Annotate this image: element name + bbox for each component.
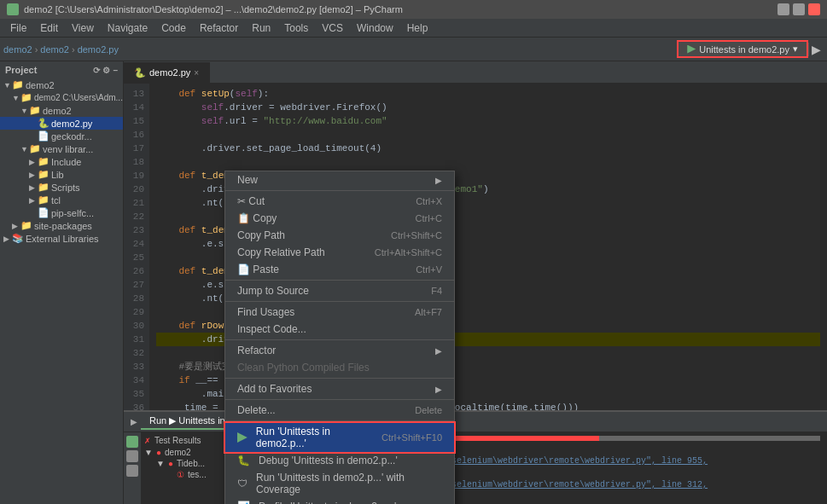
maximize-button[interactable] (793, 3, 805, 15)
cm-copy-path-label: Copy Path (237, 229, 285, 241)
editor-tab-demo2py[interactable]: 🐍 demo2.py × (124, 62, 210, 83)
tree-label-external: External Libraries (26, 234, 99, 244)
menu-window[interactable]: Window (350, 20, 400, 36)
cm-copy-path[interactable]: Copy Path Ctrl+Shift+C (225, 227, 454, 244)
menu-vcs[interactable]: VCS (315, 20, 350, 36)
run-config-more[interactable]: ▶ (808, 43, 824, 56)
cm-refactor[interactable]: Refactor ▶ (225, 342, 454, 359)
folder-icon-external: 📚 (12, 233, 24, 244)
editor-area: 🐍 demo2.py × 131415161718192021222324252… (124, 61, 827, 504)
test-results-label: Test Results (154, 436, 201, 445)
test-label-tideb: Tideb... (177, 459, 205, 468)
tree-node-external[interactable]: ▶ 📚 External Libraries (0, 232, 123, 245)
cm-cut-shortcut: Ctrl+X (416, 196, 442, 206)
test-fail-dot: ● (156, 448, 161, 457)
cm-run-container: Run 'Unittests in demo2.p...' Ctrl+Shift… (225, 423, 454, 452)
run-config-button[interactable]: Unittests in demo2.py ▾ (677, 40, 808, 58)
app-icon (7, 3, 19, 15)
code-line-14: self.driver = webdriver.Firefox() (156, 101, 820, 114)
cm-debug[interactable]: 🐛 Debug 'Unittests in demo2.p...' (225, 452, 454, 469)
cm-profile-label: 📊 Profile 'Unittests in demo2.p...' (237, 501, 396, 504)
menu-navigate[interactable]: Navigate (101, 20, 154, 36)
cm-paste[interactable]: 📄 Paste Ctrl+V (225, 261, 454, 278)
breadcrumb-demo2py[interactable]: demo2.py (78, 44, 119, 55)
pause-icon[interactable] (126, 465, 138, 477)
cm-clean-label: Clean Python Compiled Files (237, 362, 370, 374)
tree-node-scripts[interactable]: ▶ 📁 Scripts (0, 181, 123, 194)
cm-jump-source[interactable]: Jump to Source F4 (225, 282, 454, 299)
cm-new[interactable]: New ▶ (225, 171, 454, 188)
cm-run[interactable]: Run 'Unittests in demo2.p...' Ctrl+Shift… (225, 423, 454, 452)
menu-help[interactable]: Help (400, 20, 435, 36)
cm-profile[interactable]: 📊 Profile 'Unittests in demo2.p...' (225, 498, 454, 504)
cm-sep-6 (225, 399, 454, 400)
cm-clean: Clean Python Compiled Files (225, 359, 454, 376)
test-fail-icon: ✗ (144, 437, 151, 445)
cm-inspect[interactable]: Inspect Code... (225, 321, 454, 338)
cm-sep-3 (225, 301, 454, 302)
tree-node-lib[interactable]: ▶ 📁 Lib (0, 168, 123, 181)
code-line-13: def setUp(self): (156, 87, 820, 101)
minimize-button[interactable] (777, 3, 789, 15)
tree-label-scripts: Scripts (51, 182, 80, 193)
tree-label-demo2-inner: demo2 (43, 106, 72, 116)
folder-icon-venv: 📁 (29, 143, 41, 154)
file-icon-gecko: 📄 (38, 130, 50, 142)
cm-refactor-label: Refactor (237, 345, 276, 356)
project-sidebar: Project ⟳ ⚙ – ▼ 📁 demo2 ▼ 📁 demo2 C:\Use… (0, 61, 124, 504)
cm-copy[interactable]: 📋 Copy Ctrl+C (225, 210, 454, 227)
tree-label-site-packages: site-packages (34, 221, 92, 231)
tab-close-icon[interactable]: × (194, 68, 199, 78)
settings-icon[interactable]: ⚙ (102, 66, 110, 75)
menu-tools[interactable]: Tools (277, 20, 315, 36)
title-bar: demo2 [C:\Users\Administrator\Desktop\de… (0, 0, 827, 19)
cm-find-usages[interactable]: Find Usages Alt+F7 (225, 304, 454, 321)
tree-node-geckodr[interactable]: 📄 geckodr... (0, 130, 123, 142)
code-line-18 (156, 155, 820, 169)
tree-node-tcl[interactable]: ▶ 📁 tcl (0, 194, 123, 206)
menu-run[interactable]: Run (245, 20, 277, 36)
cm-sep-4 (225, 339, 454, 340)
cm-delete[interactable]: Delete... Delete (225, 402, 454, 419)
py-file-icon: 🐍 (38, 118, 50, 129)
sync-icon[interactable]: ⟳ (93, 66, 100, 75)
cm-cut[interactable]: ✂ Cut Ctrl+X (225, 193, 454, 210)
cm-copy-rel-path[interactable]: Copy Relative Path Ctrl+Alt+Shift+C (225, 244, 454, 261)
cm-copy-rel-shortcut: Ctrl+Alt+Shift+C (375, 247, 442, 258)
tree-node-include[interactable]: ▶ 📁 Include (0, 155, 123, 168)
menu-view[interactable]: View (65, 20, 101, 36)
tree-node-pip[interactable]: 📄 pip-selfc... (0, 206, 123, 219)
cm-paste-shortcut: Ctrl+V (416, 264, 442, 275)
tree-node-venv[interactable]: ▼ 📁 venv librar... (0, 142, 123, 155)
breadcrumb-demo2[interactable]: demo2 (3, 44, 32, 55)
run-config-arrow: ▾ (793, 43, 798, 55)
file-icon-pip: 📄 (38, 207, 50, 218)
sidebar-title: Project (5, 65, 37, 75)
stop-icon[interactable] (126, 450, 138, 462)
cm-copy-shortcut: Ctrl+C (416, 213, 442, 223)
tree-label-demo2py: demo2.py (51, 119, 92, 129)
cm-sep-5 (225, 378, 454, 379)
close-button[interactable] (808, 3, 820, 15)
cm-run-coverage[interactable]: 🛡 Run 'Unittests in demo2.p...' with Cov… (225, 469, 454, 498)
sidebar-toolbar: ⟳ ⚙ – (93, 66, 118, 75)
cm-favorites-label: Add to Favorites (237, 383, 312, 395)
menu-edit[interactable]: Edit (33, 20, 65, 36)
menu-refactor[interactable]: Refactor (193, 20, 245, 36)
cm-jump-shortcut: F4 (431, 286, 442, 296)
menu-code[interactable]: Code (154, 20, 193, 36)
tree-arrow-include: ▶ (29, 158, 38, 166)
tree-node-site-packages[interactable]: ▶ 📁 site-packages (0, 219, 123, 232)
cm-find-label: Find Usages (237, 306, 294, 318)
tree-node-demo2-root[interactable]: ▼ 📁 demo2 (0, 78, 123, 91)
cm-debug-label: 🐛 Debug 'Unittests in demo2.p...' (237, 455, 398, 466)
tree-node-demo2py[interactable]: 🐍 demo2.py (0, 117, 123, 130)
collapse-icon[interactable]: – (113, 66, 118, 75)
tree-node-demo2-path[interactable]: ▼ 📁 demo2 C:\Users\Adm... (0, 91, 123, 104)
cm-favorites[interactable]: Add to Favorites ▶ (225, 380, 454, 397)
breadcrumb-demo2-2[interactable]: demo2 (40, 44, 69, 55)
run-again-icon[interactable] (126, 436, 138, 448)
menu-file[interactable]: File (3, 20, 33, 36)
tree-node-demo2-inner[interactable]: ▼ 📁 demo2 (0, 104, 123, 117)
cm-sep-7 (225, 420, 454, 421)
